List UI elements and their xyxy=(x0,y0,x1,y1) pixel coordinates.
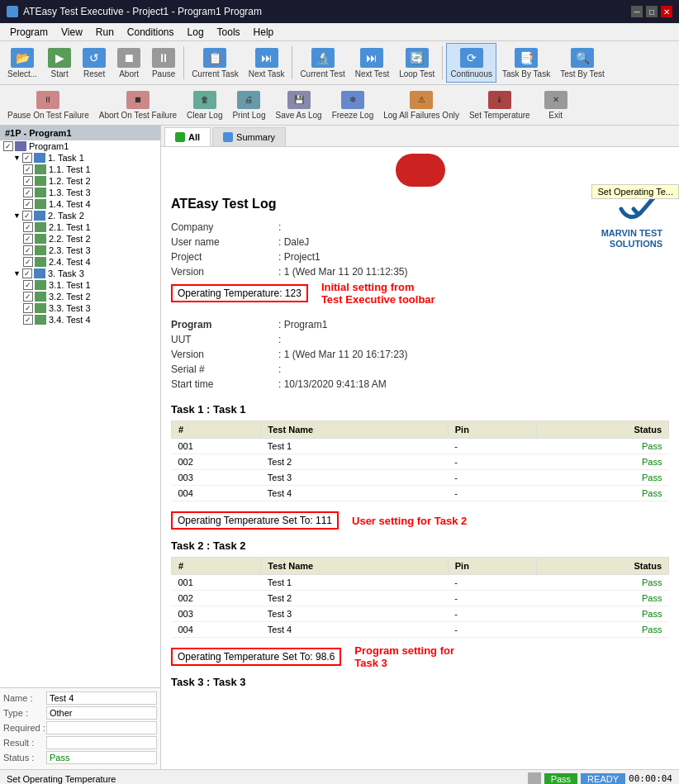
log-all-failures-icon: ⚠ xyxy=(410,91,433,109)
task1-expand[interactable]: ▼ xyxy=(13,154,21,162)
task3-expand[interactable]: ▼ xyxy=(13,269,21,278)
prog-version-label: Version xyxy=(171,349,278,360)
tree-test2-1[interactable]: ✓ 2.1. Test 1 xyxy=(0,221,160,233)
checkbox-test2-1[interactable]: ✓ xyxy=(23,222,33,232)
next-test-button[interactable]: ⏭ Next Test xyxy=(351,43,394,83)
tree-test1-3[interactable]: ✓ 1.3. Test 3 xyxy=(0,187,160,198)
test1-3-label: 1.3. Test 3 xyxy=(49,188,91,197)
menu-program[interactable]: Program xyxy=(3,25,55,40)
start-button[interactable]: ▶ Start xyxy=(43,43,76,83)
menu-view[interactable]: View xyxy=(55,25,89,40)
menu-help[interactable]: Help xyxy=(247,25,281,40)
checkbox-test2-4[interactable]: ✓ xyxy=(23,257,33,267)
row-pin: - xyxy=(448,606,537,622)
checkbox-test1-2[interactable]: ✓ xyxy=(23,176,33,186)
pause-button[interactable]: ⏸ Pause xyxy=(147,43,180,83)
checkbox-test3-3[interactable]: ✓ xyxy=(23,303,33,313)
pause-on-failure-button[interactable]: ⏸ Pause On Test Failure xyxy=(3,87,93,123)
row-name: Test 4 xyxy=(261,622,448,638)
col-pin: Pin xyxy=(448,421,537,439)
titlebar: ATEasy Test Executive - Project1 - Progr… xyxy=(0,0,679,23)
checkbox-test1-3[interactable]: ✓ xyxy=(23,188,33,197)
tree-test3-2[interactable]: ✓ 3.2. Test 2 xyxy=(0,291,160,302)
uut-label: UUT xyxy=(171,334,278,345)
current-test-button[interactable]: 🔬 Current Test xyxy=(296,43,349,83)
checkbox-task1[interactable]: ✓ xyxy=(22,153,32,163)
loop-test-label: Loop Test xyxy=(399,69,434,78)
tab-all[interactable]: All xyxy=(164,127,211,146)
checkbox-test2-2[interactable]: ✓ xyxy=(23,234,33,244)
minimize-button[interactable]: ─ xyxy=(631,6,643,17)
tree-task2[interactable]: ▼ ✓ 2. Task 2 xyxy=(0,210,160,221)
checkbox-program1[interactable]: ✓ xyxy=(3,141,13,151)
tree-test1-4[interactable]: ✓ 1.4. Test 4 xyxy=(0,198,160,210)
tree-test2-2[interactable]: ✓ 2.2. Test 2 xyxy=(0,233,160,245)
clear-log-button[interactable]: 🗑 Clear Log xyxy=(183,87,226,123)
freeze-log-label: Freeze Log xyxy=(332,111,374,120)
current-task-button[interactable]: 📋 Current Task xyxy=(188,43,243,83)
table-row: 002 Test 2 - Pass xyxy=(172,454,669,470)
result-label: Result : xyxy=(3,738,46,748)
tab-summary[interactable]: Summary xyxy=(212,127,286,146)
table-row: 003 Test 3 - Pass xyxy=(172,470,669,486)
task2-expand[interactable]: ▼ xyxy=(13,211,21,220)
tab-all-icon xyxy=(175,132,185,142)
reset-label: Reset xyxy=(83,69,105,78)
set-temperature-button[interactable]: 🌡 Set Temperature xyxy=(465,87,534,123)
select-button[interactable]: 📂 Select... xyxy=(3,43,41,83)
freeze-log-button[interactable]: ❄ Freeze Log xyxy=(328,87,378,123)
red-button[interactable] xyxy=(396,154,445,187)
select-icon: 📂 xyxy=(11,48,34,68)
checkbox-test3-2[interactable]: ✓ xyxy=(23,292,33,302)
status-mid: Pass READY 00:00:04 xyxy=(528,772,672,785)
menu-tools[interactable]: Tools xyxy=(211,25,247,40)
tree-test3-1[interactable]: ✓ 3.1. Test 1 xyxy=(0,279,160,291)
tree-test1-2[interactable]: ✓ 1.2. Test 2 xyxy=(0,175,160,187)
row-pin: - xyxy=(448,470,537,486)
next-task-button[interactable]: ⏭ Next Task xyxy=(245,43,289,83)
checkbox-test2-3[interactable]: ✓ xyxy=(23,245,33,255)
checkbox-test1-4[interactable]: ✓ xyxy=(23,199,33,209)
window-title: ATEasy Test Executive - Project1 - Progr… xyxy=(23,6,262,17)
continuous-button[interactable]: ⟳ Continuous xyxy=(446,43,496,83)
checkbox-task2[interactable]: ✓ xyxy=(22,211,32,221)
menu-conditions[interactable]: Conditions xyxy=(121,25,181,40)
project-value: : Project1 xyxy=(278,251,321,263)
checkbox-test1-1[interactable]: ✓ xyxy=(23,164,33,174)
task-by-task-icon: 📑 xyxy=(515,48,538,68)
tree-program1[interactable]: ✓ Program1 xyxy=(0,140,160,152)
tree-test2-3[interactable]: ✓ 2.3. Test 3 xyxy=(0,245,160,256)
close-button[interactable]: ✕ xyxy=(661,6,672,17)
tree-test3-3[interactable]: ✓ 3.3. Test 3 xyxy=(0,302,160,314)
checkbox-test3-1[interactable]: ✓ xyxy=(23,280,33,290)
exit-button[interactable]: ✕ Exit xyxy=(536,87,576,123)
serial-label: Serial # xyxy=(171,363,278,375)
abort-on-failure-button[interactable]: ⏹ Abort On Test Failure xyxy=(95,87,181,123)
tree-test2-4[interactable]: ✓ 2.4. Test 4 xyxy=(0,256,160,268)
checkbox-test3-4[interactable]: ✓ xyxy=(23,315,33,325)
tooltip: Set Operating Te... xyxy=(591,184,679,199)
tree-test3-4[interactable]: ✓ 3.4. Test 4 xyxy=(0,314,160,325)
tree-test1-1[interactable]: ✓ 1.1. Test 1 xyxy=(0,164,160,175)
status-ready-badge: READY xyxy=(581,773,625,785)
tree-task3[interactable]: ▼ ✓ 3. Task 3 xyxy=(0,268,160,279)
task-by-task-button[interactable]: 📑 Task By Task xyxy=(498,43,554,83)
sep3 xyxy=(442,46,443,79)
maximize-button[interactable]: □ xyxy=(646,6,658,17)
reset-button[interactable]: ↺ Reset xyxy=(78,43,111,83)
loop-test-button[interactable]: 🔄 Loop Test xyxy=(395,43,439,83)
save-as-log-button[interactable]: 💾 Save As Log xyxy=(271,87,325,123)
test-by-test-icon: 🔍 xyxy=(571,48,594,68)
version-value: : 1 (Wed Mar 11 20 11:12:35) xyxy=(278,266,408,278)
menu-run[interactable]: Run xyxy=(89,25,121,40)
checkbox-task3[interactable]: ✓ xyxy=(22,268,32,278)
print-log-button[interactable]: 🖨 Print Log xyxy=(228,87,269,123)
test2-1-label: 2.1. Test 1 xyxy=(49,222,91,232)
table-row: 002 Test 2 - Pass xyxy=(172,591,669,606)
abort-button[interactable]: ⏹ Abort xyxy=(112,43,145,83)
log-all-failures-button[interactable]: ⚠ Log All Failures Only xyxy=(379,87,463,123)
content-tabs: All Summary xyxy=(161,126,679,147)
menu-log[interactable]: Log xyxy=(181,25,211,40)
tree-task1[interactable]: ▼ ✓ 1. Task 1 xyxy=(0,152,160,164)
test-by-test-button[interactable]: 🔍 Test By Test xyxy=(556,43,609,83)
